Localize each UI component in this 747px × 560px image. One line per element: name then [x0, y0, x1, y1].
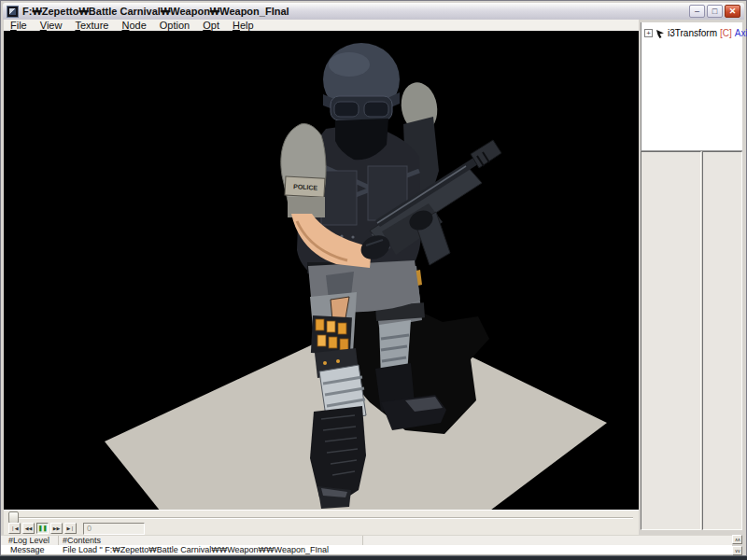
tree-node-value: AxisRotate: [735, 28, 747, 38]
log-content-cell: File Load " F:₩Zepetto₩Battle Carnival₩₩…: [59, 545, 329, 554]
menu-option[interactable]: Option: [153, 20, 196, 31]
helmet-sheen: [329, 52, 370, 77]
menu-view[interactable]: View: [34, 20, 69, 31]
tree-node-tag: [C]: [720, 28, 732, 38]
scene-render: POLICE: [4, 31, 639, 510]
skip-to-start-button[interactable]: ❘◀: [8, 523, 21, 534]
window-bottom-edge: [0, 555, 747, 560]
frame-slider-groove[interactable]: [9, 517, 633, 519]
transform-node-icon: [655, 29, 665, 38]
frame-number-field[interactable]: 0: [83, 523, 145, 535]
menu-bar: File View Texture Node Option Opt Help: [4, 20, 639, 31]
goggle-lens-left: [334, 102, 359, 117]
log-header-level[interactable]: #Log Level: [1, 536, 59, 545]
transport-bar: ❘◀ ◀◀ ❚❚ ▶▶ ▶❘ 0: [4, 510, 639, 535]
tree-expand-icon[interactable]: +: [644, 29, 653, 37]
tree-node-row[interactable]: + i3Transform [C] AxisRotate: [641, 22, 742, 38]
property-column-right: [702, 151, 742, 530]
log-header-row: #Log Level #Contents: [1, 535, 732, 545]
step-forward-button[interactable]: ▶▶: [50, 523, 63, 534]
log-scroll-down-icon[interactable]: ∨∨: [732, 546, 742, 555]
property-column-left: [641, 151, 701, 530]
step-back-button[interactable]: ◀◀: [22, 523, 35, 534]
close-icon[interactable]: ✕: [725, 5, 740, 18]
log-row[interactable]: Message File Load " F:₩Zepetto₩Battle Ca…: [1, 545, 732, 555]
goggle-lens-right: [364, 102, 388, 117]
viewport-3d[interactable]: POLICE: [4, 31, 639, 510]
tree-node-label: i3Transform: [668, 28, 717, 38]
skip-to-end-button[interactable]: ▶❘: [64, 523, 77, 534]
knee-amber-dot-1: [323, 361, 327, 365]
menu-help[interactable]: Help: [226, 20, 261, 31]
knee-amber-dot-2: [336, 359, 340, 363]
title-bar: F:₩Zepetto₩Battle Carnival₩Weapon₩Weapon…: [3, 3, 744, 20]
log-level-cell: Message: [1, 545, 59, 554]
playback-controls: ❘◀ ◀◀ ❚❚ ▶▶ ▶❘: [8, 523, 77, 534]
minimize-icon[interactable]: –: [689, 5, 705, 18]
app-icon: [7, 6, 19, 18]
menu-node[interactable]: Node: [115, 20, 152, 31]
pause-button[interactable]: ❚❚: [36, 523, 49, 534]
menu-texture[interactable]: Texture: [68, 20, 115, 31]
log-header-contents[interactable]: #Contents: [59, 536, 363, 545]
window-title: F:₩Zepetto₩Battle Carnival₩Weapon₩Weapon…: [22, 6, 685, 17]
menu-opt[interactable]: Opt: [196, 20, 226, 31]
log-scroll-up-icon[interactable]: ∧∧: [732, 535, 742, 544]
maximize-icon[interactable]: □: [707, 5, 723, 18]
menu-file[interactable]: File: [4, 20, 34, 31]
window-controls: – □ ✕: [689, 5, 740, 18]
chest-plate-left: [321, 171, 357, 225]
node-tree-panel: + i3Transform [C] AxisRotate: [641, 22, 742, 151]
armband-text: POLICE: [293, 183, 318, 190]
